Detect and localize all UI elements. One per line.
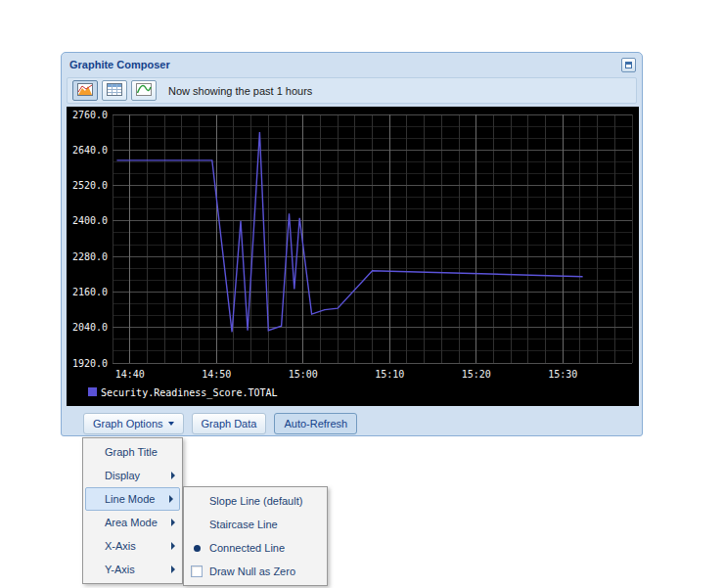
svg-text:2520.0: 2520.0 (72, 180, 108, 191)
curve-icon (136, 83, 152, 99)
menu-item-label: Graph Title (105, 446, 158, 458)
svg-text:15:30: 15:30 (548, 369, 577, 380)
menu-item-label: Y-Axis (105, 564, 135, 575)
svg-text:2760.0: 2760.0 (72, 110, 108, 120)
menu-item-label: Slope Line (default) (209, 495, 302, 507)
graphite-composer-window: Graphite Composer (61, 52, 643, 436)
auto-refresh-label: Auto-Refresh (284, 418, 347, 430)
window-title: Graphite Composer (69, 59, 170, 70)
submenu-item-staircase-line[interactable]: Staircase Line (185, 513, 326, 536)
menu-item-area-mode[interactable]: Area Mode (84, 511, 181, 534)
submenu-arrow-icon (171, 542, 175, 550)
menu-item-graph-title[interactable]: Graph Title (84, 440, 181, 464)
restore-window-icon[interactable] (621, 58, 636, 72)
chart-svg: 2760.02640.02520.02400.02280.02160.02040… (67, 107, 639, 406)
chart-area: 2760.02640.02520.02400.02280.02160.02040… (67, 107, 639, 406)
menu-item-label: Line Mode (105, 493, 155, 505)
menu-item-label: Area Mode (105, 517, 158, 528)
chevron-down-icon (168, 422, 174, 426)
submenu-item-draw-null-as-zero[interactable]: Draw Null as Zero (185, 560, 326, 583)
graph-options-menu: Graph Title Display Line Mode Area Mode … (82, 437, 183, 584)
svg-text:1920.0: 1920.0 (72, 358, 108, 369)
checkbox-unchecked-icon (191, 565, 203, 577)
submenu-item-connected-line[interactable]: Connected Line (185, 536, 326, 560)
curve-button[interactable] (131, 80, 157, 101)
menu-item-label: Staircase Line (209, 519, 278, 530)
desktop: Graphite Composer (0, 0, 724, 588)
submenu-arrow-icon (171, 472, 175, 479)
graph-options-button[interactable]: Graph Options (83, 413, 184, 434)
svg-text:15:10: 15:10 (375, 369, 404, 380)
svg-text:15:00: 15:00 (289, 369, 318, 380)
data-grid-icon (107, 83, 122, 99)
graph-image-button[interactable] (72, 80, 98, 101)
menu-item-x-axis[interactable]: X-Axis (84, 534, 181, 558)
window-glyph (625, 62, 632, 68)
svg-text:Security.Readiness_Score.TOTAL: Security.Readiness_Score.TOTAL (101, 387, 278, 399)
graph-options-label: Graph Options (93, 418, 163, 430)
graph-data-grid-button[interactable] (102, 80, 127, 101)
window-titlebar: Graphite Composer (62, 53, 642, 76)
svg-text:2280.0: 2280.0 (72, 251, 108, 262)
submenu-arrow-icon (171, 565, 175, 573)
radio-selected-icon (194, 545, 201, 552)
graph-data-button[interactable]: Graph Data (192, 413, 267, 434)
menu-item-display[interactable]: Display (84, 464, 181, 487)
menu-item-label: Connected Line (209, 542, 285, 554)
menu-item-label: Draw Null as Zero (209, 565, 295, 577)
chart-image-icon (77, 83, 93, 99)
line-mode-submenu: Slope Line (default) Staircase Line Conn… (183, 486, 328, 586)
submenu-arrow-icon (169, 495, 173, 503)
submenu-arrow-icon (171, 519, 175, 526)
svg-text:14:50: 14:50 (202, 369, 231, 380)
menu-item-line-mode[interactable]: Line Mode (85, 487, 180, 511)
auto-refresh-button[interactable]: Auto-Refresh (274, 413, 357, 434)
menu-item-y-axis[interactable]: Y-Axis (84, 558, 181, 581)
svg-text:2040.0: 2040.0 (72, 322, 108, 333)
svg-text:2400.0: 2400.0 (72, 215, 108, 226)
svg-text:14:40: 14:40 (115, 369, 145, 380)
status-text: Now showing the past 1 hours (168, 85, 312, 97)
svg-text:2160.0: 2160.0 (72, 287, 108, 297)
svg-text:2640.0: 2640.0 (72, 145, 108, 156)
footer-toolbar: Graph Options Graph Data Auto-Refresh (83, 413, 357, 434)
svg-text:15:20: 15:20 (462, 369, 491, 380)
toolbar: Now showing the past 1 hours (67, 77, 637, 104)
submenu-item-slope-line[interactable]: Slope Line (default) (185, 489, 326, 513)
graph-data-label: Graph Data (202, 418, 257, 430)
menu-item-label: X-Axis (105, 540, 136, 552)
menu-item-label: Display (105, 470, 140, 481)
